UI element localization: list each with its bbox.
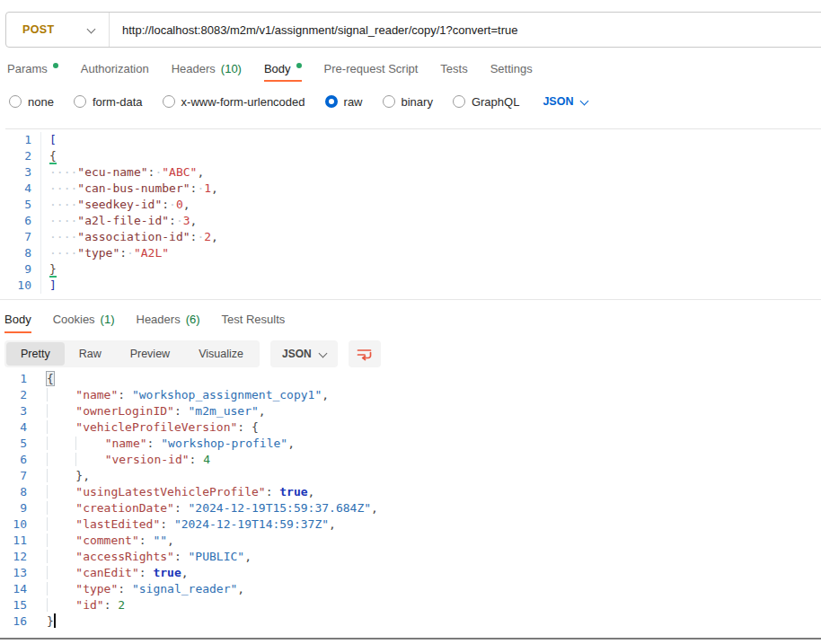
- view-tab-visualize[interactable]: Visualize: [184, 342, 258, 366]
- tab-tests[interactable]: Tests: [440, 56, 467, 81]
- line-number: 3: [5, 164, 41, 181]
- radio-icon: [163, 95, 175, 108]
- body-type-graphql[interactable]: GraphQL: [453, 95, 519, 109]
- code-line: 2 "name": "workshop_assignment_copy1",: [5, 387, 821, 403]
- code-line[interactable]: 7····"association-id":·2,: [5, 229, 821, 245]
- green-dot-icon: [296, 63, 302, 68]
- body-type-raw[interactable]: raw: [325, 95, 363, 109]
- response-toolbar: PrettyRawPreviewVisualize JSON: [4, 340, 381, 367]
- code-content: ]: [49, 278, 57, 294]
- tab-headers[interactable]: Headers(6): [137, 305, 200, 332]
- tab-label: Pre-request Script: [324, 62, 419, 75]
- tab-label: Cookies: [53, 313, 95, 326]
- radio-icon: [74, 95, 86, 108]
- postman-request-view: POST ParamsAuthorizationHeaders(10)BodyP…: [0, 0, 821, 644]
- body-type-none[interactable]: none: [9, 95, 54, 109]
- line-number: 7: [5, 468, 38, 484]
- code-content: ····"seedkey-id":·0,: [49, 197, 190, 213]
- code-content: "creationDate": "2024-12-19T15:59:37.684…: [47, 500, 378, 516]
- tab-count-badge: (1): [101, 313, 115, 326]
- code-content: ····"a2l-file-id":·3,: [49, 213, 197, 229]
- code-content: "lastEdited": "2024-12-19T14:59:37Z",: [47, 516, 336, 533]
- code-line: 6 "version-id": 4: [5, 452, 821, 468]
- code-line: 11 "comment": "",: [5, 533, 821, 549]
- code-line[interactable]: 6····"a2l-file-id":·3,: [5, 213, 821, 229]
- line-number: 9: [5, 261, 41, 278]
- code-content: "canEdit": true,: [47, 565, 189, 581]
- view-tab-pretty[interactable]: Pretty: [6, 342, 65, 366]
- code-line[interactable]: 2{: [5, 148, 821, 164]
- code-content: }: [49, 261, 57, 278]
- view-tab-raw[interactable]: Raw: [65, 342, 116, 366]
- request-format-select[interactable]: JSON: [543, 95, 587, 108]
- window-edge: [0, 638, 821, 640]
- code-line: 12 "accessRights": "PUBLIC",: [5, 549, 821, 565]
- code-content: [: [49, 132, 57, 148]
- code-line[interactable]: 4····"can-bus-number":·1,: [5, 181, 821, 197]
- tab-settings[interactable]: Settings: [490, 56, 533, 81]
- code-content: "name": "workshop-profile",: [47, 436, 295, 452]
- response-body-viewer: 1{2 "name": "workshop_assignment_copy1",…: [5, 371, 821, 630]
- response-format-select[interactable]: JSON: [270, 340, 338, 367]
- code-content: "usingLatestVehicleProfile": true,: [47, 484, 314, 500]
- line-number: 12: [5, 549, 38, 565]
- view-tab-preview[interactable]: Preview: [116, 342, 184, 366]
- line-number: 4: [5, 181, 41, 197]
- tab-headers[interactable]: Headers(10): [172, 56, 242, 81]
- code-line[interactable]: 9}: [5, 261, 821, 278]
- tab-label: Body: [264, 62, 291, 75]
- code-line[interactable]: 10]: [5, 278, 821, 294]
- tab-label: Settings: [490, 62, 533, 75]
- green-dot-icon: [53, 63, 58, 68]
- line-number: 8: [5, 484, 38, 500]
- code-content: "version-id": 4: [47, 452, 210, 468]
- code-line[interactable]: 3····"ecu-name":·"ABC",: [5, 164, 821, 181]
- url-input[interactable]: [110, 13, 821, 47]
- tab-count-badge: (6): [186, 313, 200, 326]
- method-select[interactable]: POST: [6, 13, 109, 47]
- tab-params[interactable]: Params: [7, 56, 58, 81]
- response-view-tabs: PrettyRawPreviewVisualize: [4, 340, 260, 367]
- line-number: 1: [5, 132, 41, 148]
- line-number: 9: [5, 500, 38, 516]
- line-number: 1: [5, 371, 38, 387]
- code-line: 9 "creationDate": "2024-12-19T15:59:37.6…: [5, 500, 821, 516]
- request-body-editor[interactable]: 1[2{3····"ecu-name":·"ABC",4····"can-bus…: [5, 128, 821, 294]
- line-number: 2: [5, 387, 38, 403]
- line-number: 5: [5, 197, 41, 213]
- chevron-down-icon: [318, 348, 327, 357]
- code-line: 16}: [5, 613, 821, 630]
- line-number: 5: [5, 436, 38, 452]
- code-line[interactable]: 1[: [5, 132, 821, 148]
- tab-pre-request-script[interactable]: Pre-request Script: [324, 56, 419, 81]
- code-content: {: [47, 371, 54, 387]
- body-type-binary[interactable]: binary: [383, 95, 433, 109]
- tab-test-results[interactable]: Test Results: [222, 305, 286, 332]
- body-type-x-www-form-urlencoded[interactable]: x-www-form-urlencoded: [163, 95, 305, 109]
- tab-label: Headers: [172, 62, 216, 75]
- code-content: "accessRights": "PUBLIC",: [47, 549, 252, 565]
- response-tabs: BodyCookies(1)Headers(6)Test Results: [4, 305, 285, 332]
- line-number: 4: [5, 419, 38, 436]
- response-format-label: JSON: [282, 348, 312, 360]
- body-type-form-data[interactable]: form-data: [74, 95, 143, 109]
- section-divider: [0, 299, 821, 300]
- code-content: "comment": "",: [47, 533, 174, 549]
- tab-label: Tests: [440, 62, 467, 75]
- tab-label: Body: [4, 313, 31, 326]
- radio-icon: [453, 95, 465, 108]
- wrap-lines-button[interactable]: [349, 340, 381, 367]
- chevron-down-icon: [580, 96, 589, 105]
- tab-cookies[interactable]: Cookies(1): [53, 305, 115, 332]
- tab-label: Authorization: [81, 62, 149, 75]
- tab-body[interactable]: Body: [4, 305, 31, 332]
- radio-label: raw: [344, 95, 363, 109]
- radio-label: GraphQL: [472, 95, 519, 109]
- code-line: 8 "usingLatestVehicleProfile": true,: [5, 484, 821, 500]
- code-line: 7 },: [5, 468, 821, 484]
- line-number: 10: [5, 278, 41, 294]
- code-line[interactable]: 8····"type":·"A2L": [5, 245, 821, 261]
- code-line[interactable]: 5····"seedkey-id":·0,: [5, 197, 821, 213]
- tab-body[interactable]: Body: [264, 56, 302, 81]
- tab-authorization[interactable]: Authorization: [81, 56, 149, 81]
